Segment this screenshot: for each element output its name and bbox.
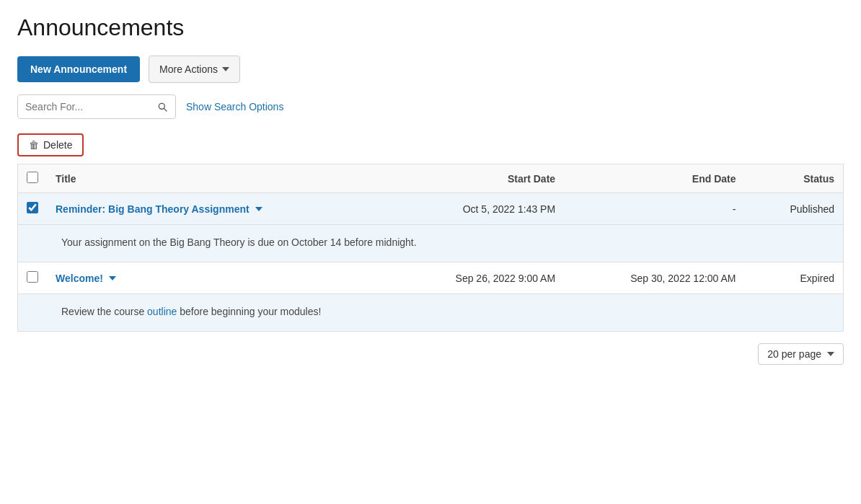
- table-row-preview: Your assignment on the Big Bang Theory i…: [18, 225, 844, 262]
- per-page-chevron-icon: [827, 352, 834, 356]
- row-title-cell: Welcome!: [47, 262, 416, 294]
- chevron-down-icon: [222, 67, 229, 71]
- search-box: [17, 94, 176, 119]
- table-header-title: Title: [47, 164, 416, 193]
- row-status: Expired: [745, 262, 844, 294]
- row-checkbox-cell: [18, 193, 48, 225]
- select-all-checkbox[interactable]: [27, 172, 38, 183]
- row-start-date: Sep 26, 2022 9:00 AM: [416, 262, 564, 294]
- announcements-table: Title Start Date End Date Status Reminde…: [17, 164, 844, 332]
- row-preview-cell: Review the course outline before beginni…: [18, 294, 844, 332]
- search-input[interactable]: [18, 95, 149, 118]
- pagination-bar: 20 per page: [17, 343, 844, 365]
- more-actions-label: More Actions: [159, 63, 218, 75]
- show-search-options-button[interactable]: Show Search Options: [186, 101, 283, 112]
- row-preview-cell: Your assignment on the Big Bang Theory i…: [18, 225, 844, 262]
- row-checkbox[interactable]: [27, 271, 38, 283]
- trash-icon: 🗑: [29, 139, 39, 151]
- more-actions-button[interactable]: More Actions: [149, 56, 240, 83]
- announcement-title-link[interactable]: Welcome!: [56, 273, 103, 284]
- row-status: Published: [745, 193, 844, 225]
- preview-link[interactable]: outline: [147, 306, 177, 317]
- preview-text: Review the course outline before beginni…: [61, 306, 321, 317]
- table-header-end-date: End Date: [564, 164, 744, 193]
- table-header-checkbox: [18, 164, 48, 193]
- row-checkbox[interactable]: [27, 202, 38, 213]
- table-row: Welcome! Sep 26, 2022 9:00 AM Sep 30, 20…: [18, 262, 844, 294]
- announcement-title-link[interactable]: Reminder: Big Bang Theory Assignment: [56, 203, 250, 215]
- table-row: Reminder: Big Bang Theory Assignment Oct…: [18, 193, 844, 225]
- page-title: Announcements: [17, 14, 844, 41]
- row-end-date: -: [564, 193, 744, 225]
- preview-text: Your assignment on the Big Bang Theory i…: [61, 236, 417, 248]
- row-expand-chevron-icon[interactable]: [109, 276, 116, 280]
- row-start-date: Oct 5, 2022 1:43 PM: [416, 193, 564, 225]
- table-header-start-date: Start Date: [416, 164, 564, 193]
- row-title-cell: Reminder: Big Bang Theory Assignment: [47, 193, 416, 225]
- per-page-selector[interactable]: 20 per page: [758, 343, 844, 365]
- table-row-preview: Review the course outline before beginni…: [18, 294, 844, 332]
- per-page-label: 20 per page: [767, 348, 821, 360]
- action-bar: 🗑 Delete: [17, 133, 844, 156]
- row-checkbox-cell: [18, 262, 48, 294]
- row-end-date: Sep 30, 2022 12:00 AM: [564, 262, 744, 294]
- toolbar: New Announcement More Actions: [17, 56, 844, 83]
- delete-label: Delete: [43, 139, 72, 151]
- search-row: Show Search Options: [17, 94, 844, 119]
- search-icon-button[interactable]: [149, 95, 175, 118]
- table-header-status: Status: [745, 164, 844, 193]
- new-announcement-button[interactable]: New Announcement: [17, 56, 140, 82]
- search-icon: [156, 101, 168, 112]
- row-expand-chevron-icon[interactable]: [255, 207, 262, 211]
- delete-button[interactable]: 🗑 Delete: [17, 133, 84, 156]
- table-header-row: Title Start Date End Date Status: [18, 164, 844, 193]
